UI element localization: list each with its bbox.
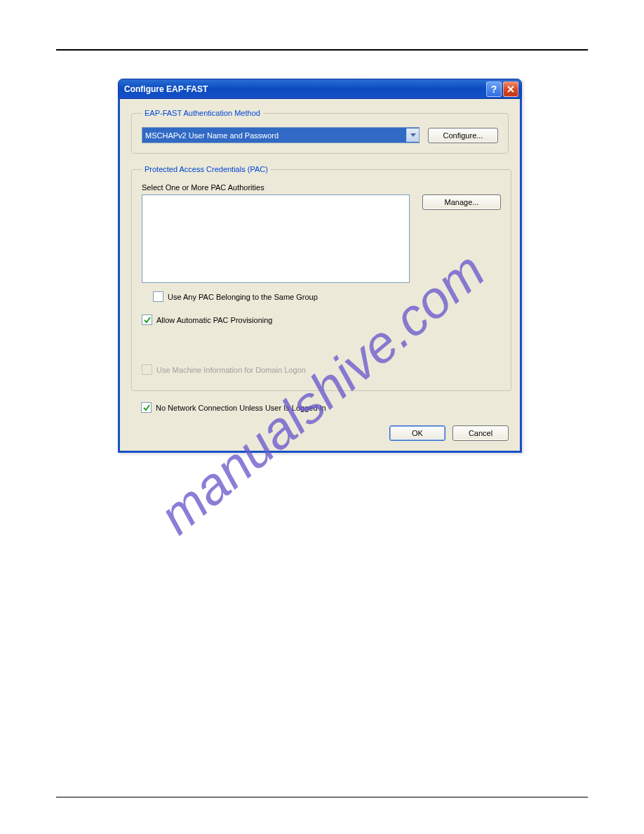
no-network-label: No Network Connection Unless User Is Log…	[156, 404, 326, 412]
use-any-pac-label: Use Any PAC Belonging to the Same Group	[168, 293, 318, 301]
titlebar[interactable]: Configure EAP-FAST ?	[118, 79, 522, 99]
pac-authorities-listbox[interactable]	[142, 194, 410, 283]
configure-button[interactable]: Configure...	[428, 128, 498, 143]
check-icon	[143, 404, 150, 411]
use-any-pac-checkbox[interactable]	[153, 291, 163, 302]
close-icon	[507, 86, 514, 93]
use-machine-info-label: Use Machine Information for Domain Logon	[156, 366, 306, 374]
use-machine-info-row: Use Machine Information for Domain Logon	[142, 364, 501, 375]
help-button[interactable]: ?	[486, 81, 502, 97]
auth-method-value: MSCHAPv2 User Name and Password	[145, 131, 406, 140]
configure-eap-fast-dialog: Configure EAP-FAST ? EAP-FAST Authentica…	[118, 79, 522, 453]
dialog-footer: OK Cancel	[131, 425, 509, 441]
allow-auto-pac-row: Allow Automatic PAC Provisioning	[142, 315, 501, 325]
auth-method-dropdown[interactable]: MSCHAPv2 User Name and Password	[142, 127, 420, 143]
ok-button[interactable]: OK	[389, 425, 445, 441]
auth-method-group: EAP-FAST Authentication Method MSCHAPv2 …	[131, 109, 509, 154]
check-icon	[144, 317, 151, 324]
use-machine-info-checkbox	[142, 364, 152, 375]
no-network-checkbox[interactable]	[141, 402, 152, 413]
use-any-pac-row: Use Any PAC Belonging to the Same Group	[153, 291, 501, 302]
help-icon: ?	[491, 84, 497, 95]
bottom-horizontal-rule	[56, 797, 588, 797]
top-horizontal-rule	[56, 49, 588, 51]
allow-auto-pac-checkbox[interactable]	[142, 315, 152, 325]
no-network-row: No Network Connection Unless User Is Log…	[141, 402, 509, 413]
pac-select-label: Select One or More PAC Authorities	[142, 183, 501, 192]
pac-legend: Protected Access Credentials (PAC)	[142, 165, 271, 173]
manage-button[interactable]: Manage...	[422, 194, 501, 210]
allow-auto-pac-label: Allow Automatic PAC Provisioning	[156, 316, 272, 324]
pac-group: Protected Access Credentials (PAC) Selec…	[131, 165, 511, 391]
dialog-body: EAP-FAST Authentication Method MSCHAPv2 …	[118, 99, 522, 453]
cancel-button[interactable]: Cancel	[452, 425, 509, 441]
auth-method-legend: EAP-FAST Authentication Method	[142, 109, 263, 117]
dialog-title: Configure EAP-FAST	[124, 84, 485, 94]
chevron-down-icon	[406, 128, 419, 142]
close-button[interactable]	[503, 81, 518, 97]
